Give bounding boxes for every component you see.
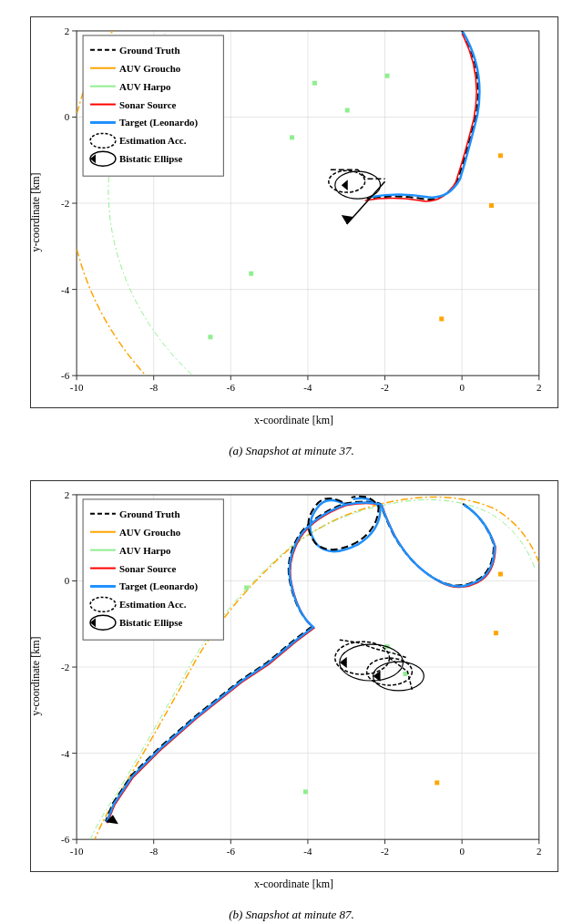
svg-text:-6: -6 <box>226 382 235 393</box>
svg-text:-8: -8 <box>149 846 159 857</box>
y-axis-label-a: y-coordinate [km] <box>28 173 42 252</box>
svg-text:2: 2 <box>537 382 541 393</box>
svg-rect-43 <box>312 81 316 86</box>
svg-text:-4: -4 <box>61 748 70 759</box>
svg-text:-2: -2 <box>61 662 69 672</box>
svg-rect-48 <box>489 203 494 208</box>
svg-text:Bistatic Ellipse: Bistatic Ellipse <box>118 617 182 628</box>
svg-rect-42 <box>290 135 294 139</box>
svg-rect-110 <box>435 780 439 785</box>
svg-text:-10: -10 <box>69 846 83 857</box>
svg-text:-6: -6 <box>61 370 70 381</box>
svg-text:Ground Truth: Ground Truth <box>118 508 179 519</box>
svg-text:-10: -10 <box>69 382 83 393</box>
svg-rect-113 <box>244 585 249 590</box>
svg-text:-8: -8 <box>149 382 159 393</box>
chart-outer-b: y-coordinate [km] x-coordinate [km] <box>30 480 558 876</box>
svg-text:2: 2 <box>64 489 68 500</box>
svg-text:Estimation Acc.: Estimation Acc. <box>118 135 186 146</box>
svg-rect-41 <box>344 108 349 113</box>
svg-rect-49 <box>497 153 502 158</box>
svg-text:AUV Harpo: AUV Harpo <box>118 81 170 92</box>
chart-wrapper-a: y-coordinate [km] x-coordinate [km] <box>30 16 558 408</box>
svg-text:Sonar Source: Sonar Source <box>118 99 176 110</box>
chart-svg-b: -10 -8 -6 -4 -2 0 2 2 0 -2 -4 -6 <box>31 481 557 871</box>
svg-rect-115 <box>403 672 407 676</box>
svg-rect-45 <box>249 272 253 276</box>
svg-text:-4: -4 <box>61 284 70 295</box>
figure-a: y-coordinate [km] x-coordinate [km] <box>9 7 574 467</box>
svg-text:AUV Groucho: AUV Groucho <box>118 527 180 538</box>
svg-text:0: 0 <box>459 846 465 857</box>
svg-text:-6: -6 <box>226 846 235 857</box>
chart-svg-a: -10 -8 -6 -4 -2 0 2 2 0 -2 -4 -6 <box>31 17 557 407</box>
caption-b: (b) Snapshot at minute 87. <box>229 908 354 922</box>
x-axis-label-a: x-coordinate [km] <box>254 414 333 427</box>
svg-text:0: 0 <box>64 575 69 586</box>
svg-text:-2: -2 <box>61 198 69 209</box>
chart-wrapper-b: y-coordinate [km] x-coordinate [km] <box>30 480 558 872</box>
x-axis-label-b: x-coordinate [km] <box>254 878 333 891</box>
svg-text:Target (Leonardo): Target (Leonardo) <box>118 117 198 128</box>
svg-text:AUV Harpo: AUV Harpo <box>118 545 170 556</box>
svg-text:Sonar Source: Sonar Source <box>118 563 176 574</box>
svg-text:0: 0 <box>459 382 465 393</box>
svg-text:-4: -4 <box>303 846 312 857</box>
svg-rect-44 <box>384 74 389 78</box>
svg-text:2: 2 <box>64 26 68 36</box>
svg-text:0: 0 <box>64 111 69 122</box>
figure-b: y-coordinate [km] x-coordinate [km] <box>9 471 574 924</box>
svg-text:Ground Truth: Ground Truth <box>118 45 179 56</box>
caption-a: (a) Snapshot at minute 37. <box>229 444 354 458</box>
svg-text:-2: -2 <box>380 382 388 393</box>
chart-outer-a: y-coordinate [km] x-coordinate [km] <box>30 16 558 412</box>
page-container: y-coordinate [km] x-coordinate [km] <box>0 0 583 924</box>
svg-rect-109 <box>302 789 307 794</box>
svg-text:-4: -4 <box>303 382 312 393</box>
svg-text:-2: -2 <box>380 846 388 857</box>
svg-rect-47 <box>439 316 444 321</box>
svg-text:Target (Leonardo): Target (Leonardo) <box>118 580 198 592</box>
svg-rect-46 <box>208 334 212 339</box>
svg-text:Estimation Acc.: Estimation Acc. <box>118 599 186 610</box>
svg-text:Bistatic Ellipse: Bistatic Ellipse <box>118 153 182 164</box>
svg-text:AUV Groucho: AUV Groucho <box>118 63 180 74</box>
svg-rect-111 <box>493 631 497 635</box>
svg-text:2: 2 <box>537 846 541 857</box>
svg-text:-6: -6 <box>61 834 70 845</box>
svg-rect-112 <box>497 572 502 577</box>
y-axis-label-b: y-coordinate [km] <box>28 637 42 716</box>
